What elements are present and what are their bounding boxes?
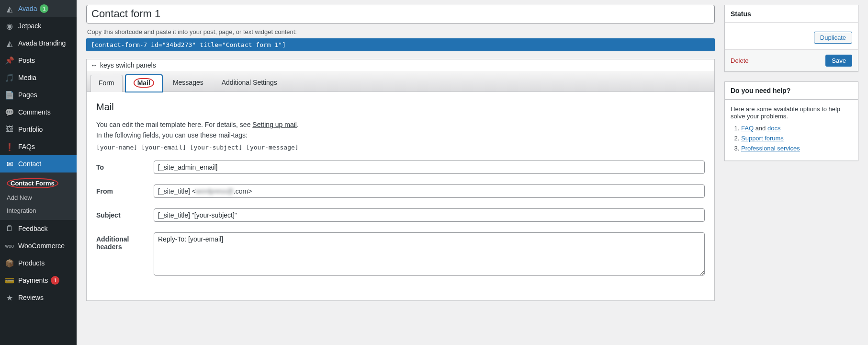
panel-heading: Mail: [96, 102, 705, 113]
sidebar-item-label: Products: [18, 259, 45, 267]
sidebar-item-contact[interactable]: ✉ Contact: [0, 155, 77, 172]
delete-link[interactable]: Delete: [731, 57, 749, 64]
mail-panel: Mail You can edit the mail template here…: [86, 92, 715, 301]
duplicate-button[interactable]: Duplicate: [814, 32, 852, 44]
field-row-subject: Subject: [96, 208, 705, 222]
tab-keyboard-hint: ↔ keys switch panels: [86, 59, 715, 71]
tab-bar: Form Mail Messages Additional Settings: [86, 71, 715, 92]
sidebar-item-label: Feedback: [18, 225, 47, 232]
help-box: Do you need help? Here are some availabl…: [724, 81, 858, 161]
submenu-add-new[interactable]: Add New: [0, 191, 77, 204]
to-input[interactable]: [154, 161, 705, 174]
pages-icon: 📄: [5, 90, 14, 100]
jetpack-icon: ◉: [5, 21, 14, 31]
payments-icon: 💳: [5, 276, 14, 285]
tab-form[interactable]: Form: [90, 75, 123, 92]
help-intro: Here are some available options to help …: [731, 105, 852, 120]
mail-icon: ✉: [5, 159, 14, 169]
sidebar-item-label: WooCommerce: [18, 242, 65, 250]
sidebar-item-media[interactable]: 🎵 Media: [0, 69, 77, 86]
sidebar-item-feedback[interactable]: 🗒 Feedback: [0, 220, 77, 237]
setup-mail-link[interactable]: Setting up mail: [252, 121, 297, 128]
help-item: FAQ and docs: [741, 125, 852, 132]
form-title-input[interactable]: [86, 5, 715, 23]
help-heading: Do you need help?: [725, 82, 858, 100]
sidebar-item-label: Media: [18, 74, 36, 81]
sidebar-item-label: FAQs: [18, 143, 35, 150]
comment-icon: 💬: [5, 107, 14, 117]
additional-headers-input[interactable]: Reply-To: [your-email]: [154, 232, 705, 276]
feedback-icon: 🗒: [5, 224, 14, 233]
sidebar-item-woocommerce[interactable]: woo WooCommerce: [0, 237, 77, 254]
sidebar-item-products[interactable]: 📦 Products: [0, 254, 77, 272]
tab-messages[interactable]: Messages: [165, 75, 211, 92]
sidebar-item-label: Pages: [18, 91, 37, 99]
side-column: Status Duplicate Delete Save Do you need…: [724, 5, 858, 345]
admin-sidebar: ◭ Avada 1 ◉ Jetpack ◭ Avada Branding 📌 P…: [0, 0, 77, 345]
from-label: From: [96, 184, 154, 195]
field-row-additional-headers: Additional headers Reply-To: [your-email…: [96, 232, 705, 276]
sidebar-item-reviews[interactable]: ★ Reviews: [0, 289, 77, 306]
star-icon: ★: [5, 293, 14, 302]
sidebar-item-label: Portfolio: [18, 126, 43, 133]
subject-label: Subject: [96, 208, 154, 219]
sidebar-item-label: Contact: [18, 160, 41, 168]
save-button[interactable]: Save: [825, 55, 852, 67]
sidebar-item-label: Jetpack: [18, 22, 41, 30]
sidebar-item-portfolio[interactable]: 🖼 Portfolio: [0, 121, 77, 138]
mail-tags: [your-name] [your-email] [your-subject] …: [96, 144, 705, 151]
support-forums-link[interactable]: Support forums: [741, 135, 784, 142]
sidebar-item-jetpack[interactable]: ◉ Jetpack: [0, 17, 77, 34]
panel-intro2: In the following fields, you can use the…: [96, 130, 705, 140]
shortcode-box[interactable]: [contact-form-7 id="34bd273" title="Cont…: [86, 38, 715, 51]
notice-badge: 1: [51, 276, 59, 285]
professional-services-link[interactable]: Professional services: [741, 145, 800, 152]
sidebar-submenu: Contact Forms Add New Integration: [0, 172, 77, 220]
sidebar-item-label: Payments: [18, 276, 48, 284]
from-input[interactable]: [_site_title] <wordpress@.com>: [154, 184, 705, 198]
field-row-from: From [_site_title] <wordpress@.com>: [96, 184, 705, 198]
shortcode-description: Copy this shortcode and paste it into yo…: [87, 28, 714, 35]
help-item: Support forums: [741, 135, 852, 142]
tab-mail[interactable]: Mail: [125, 75, 162, 92]
media-icon: 🎵: [5, 73, 14, 82]
sidebar-item-label: Avada: [18, 5, 37, 12]
arrows-icon: ↔: [90, 61, 97, 69]
sidebar-item-faqs[interactable]: ❗ FAQs: [0, 138, 77, 155]
sidebar-item-label: Avada Branding: [18, 39, 66, 47]
faq-icon: ❗: [5, 142, 14, 151]
sidebar-item-comments[interactable]: 💬 Comments: [0, 104, 77, 121]
products-icon: 📦: [5, 258, 14, 268]
avada-icon: ◭: [5, 4, 14, 13]
additional-headers-label: Additional headers: [96, 232, 154, 251]
sidebar-item-avada[interactable]: ◭ Avada 1: [0, 0, 77, 17]
help-item: Professional services: [741, 145, 852, 152]
sidebar-item-avada-branding[interactable]: ◭ Avada Branding: [0, 34, 77, 52]
status-box: Status Duplicate Delete Save: [724, 5, 858, 72]
faq-link[interactable]: FAQ: [741, 125, 754, 132]
sidebar-item-label: Comments: [18, 108, 51, 116]
sidebar-item-pages[interactable]: 📄 Pages: [0, 86, 77, 104]
sidebar-item-label: Reviews: [18, 294, 44, 301]
field-row-to: To: [96, 161, 705, 174]
panel-intro: You can edit the mail template here. For…: [96, 119, 705, 130]
avada-icon: ◭: [5, 38, 14, 48]
update-badge: 1: [40, 4, 48, 13]
pin-icon: 📌: [5, 56, 14, 65]
sidebar-item-payments[interactable]: 💳 Payments 1: [0, 272, 77, 289]
sidebar-item-label: Posts: [18, 57, 35, 64]
submenu-contact-forms[interactable]: Contact Forms: [0, 175, 77, 191]
sidebar-item-posts[interactable]: 📌 Posts: [0, 52, 77, 69]
main-column: Copy this shortcode and paste it into yo…: [86, 5, 715, 345]
portfolio-icon: 🖼: [5, 125, 14, 134]
help-list: FAQ and docs Support forums Professional…: [731, 125, 852, 152]
submenu-integration[interactable]: Integration: [0, 204, 77, 217]
status-heading: Status: [725, 5, 858, 23]
to-label: To: [96, 161, 154, 171]
tab-additional-settings[interactable]: Additional Settings: [214, 75, 285, 92]
docs-link[interactable]: docs: [767, 125, 780, 132]
woo-icon: woo: [5, 241, 14, 251]
subject-input[interactable]: [154, 208, 705, 222]
content-area: Copy this shortcode and paste it into yo…: [77, 0, 868, 345]
